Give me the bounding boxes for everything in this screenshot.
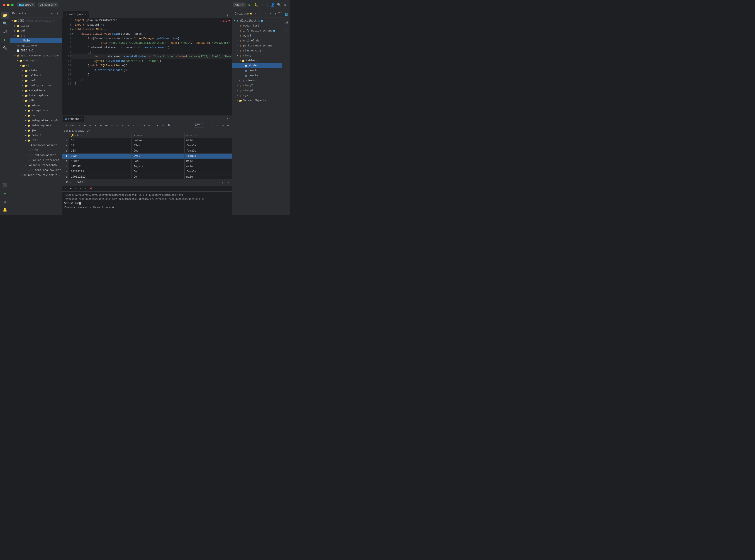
revert-icon[interactable]: ✗ (137, 123, 141, 128)
cell-sex[interactable]: male (184, 174, 232, 179)
cell-name[interactable]: Jo (132, 174, 184, 179)
project-selector[interactable]: JD JDBC ▾ (17, 2, 35, 7)
add-row-icon[interactable]: ＋ (110, 123, 114, 128)
db-item-localhost[interactable]: ▼ ⊙ @localhost 10 (232, 18, 282, 23)
debug-button[interactable]: 🐛 (254, 3, 258, 7)
terminal-tab-close[interactable]: × (85, 181, 86, 183)
tree-item-conf[interactable]: ▶ 📁 conf (10, 78, 62, 83)
rerun-icon[interactable]: ↺ (63, 186, 68, 191)
prev-record-icon[interactable]: ◀ (93, 123, 98, 128)
db-add-icon[interactable]: ＋ (253, 11, 258, 16)
cell-sex[interactable]: female (184, 143, 232, 148)
cell-sex[interactable]: male (184, 159, 232, 164)
cell-sid[interactable]: 12312 (69, 159, 132, 164)
activity-settings-bottom-icon[interactable]: ⚙ (1, 198, 8, 205)
tree-item-ha[interactable]: ▶ 📁 ha (10, 113, 62, 118)
tree-item-admin1[interactable]: ▶ 📁 admin (10, 68, 62, 73)
terminal-close-icon[interactable]: × (226, 180, 230, 185)
db-sync-icon[interactable]: ⟳ (263, 11, 268, 16)
cell-sid[interactable]: 13 (69, 138, 132, 143)
minimize-button[interactable] (7, 4, 9, 6)
cell-name[interactable]: SSam (132, 143, 184, 148)
db-notification-icon[interactable]: 🔔 (250, 11, 252, 16)
tree-item-configurations[interactable]: ▶ 📁 configurations (10, 83, 62, 88)
run-button[interactable]: ▶ (247, 3, 252, 7)
terminal-tab-main[interactable]: Main × (74, 180, 89, 185)
terminal-tool-icon[interactable]: ⊟ (74, 186, 78, 191)
db-filter-icon[interactable]: ⊟ (268, 11, 273, 16)
th-sid[interactable]: 🔑 sid ⇅ (69, 133, 132, 138)
tab-main-java[interactable]: ☕ Main.java × (63, 11, 89, 18)
tree-item-jdbc-admin[interactable]: ▶ 📁 admin (10, 103, 62, 108)
db-item-server-objects[interactable]: ▶ 📁 Server Objects (232, 98, 282, 103)
remove-row-icon[interactable]: － (115, 123, 120, 128)
terminal-fold-icon[interactable]: ≡ (78, 186, 83, 191)
tree-item-jmx[interactable]: ▶ 📁 jmx (10, 128, 62, 133)
db-item-performance[interactable]: ▶ ⊛ performance_schema (232, 43, 282, 48)
db-item-study2[interactable]: ▶ ⊛ study2 (232, 83, 282, 88)
tree-item-blob[interactable]: ☕ Blob (10, 148, 62, 153)
tree-item-out[interactable]: ▶ 📁 out (10, 28, 62, 33)
tree-item-result[interactable]: ▶ 📁 result (10, 133, 62, 138)
db-item-study[interactable]: ▼ ⊛ study (232, 53, 282, 58)
right-act-db-icon[interactable]: 🗄 (283, 12, 290, 18)
tree-item-jdbc[interactable]: ▼ 📁 JDBC ~/Desktop/CS/JavaEE/J (10, 18, 62, 23)
tree-item-util[interactable]: ▶ 📁 util (10, 138, 62, 143)
cell-sex[interactable]: male (184, 138, 232, 143)
cell-sid[interactable]: 34234233 (69, 169, 132, 174)
tree-item-jar[interactable]: ▼ 📦 mysql-connector-j-8.2.0.jar (10, 53, 62, 58)
db-item-teach[interactable]: ▦ teach (232, 68, 282, 73)
stop-icon[interactable]: ⏹ (82, 123, 87, 128)
cell-sid[interactable]: 133 (69, 148, 132, 153)
tree-item-clientinfo[interactable]: ☕ ClientInfoProvider (10, 168, 62, 173)
settings-icon[interactable]: ⚙ (283, 3, 288, 7)
cell-name[interactable]: Joe (132, 148, 184, 153)
activity-terminal-icon[interactable]: ⬛ (1, 182, 8, 189)
activity-git-icon[interactable]: ⎇ (1, 28, 8, 35)
cell-name[interactable]: Sam (132, 159, 184, 164)
db-item-mysql[interactable]: ▶ ⊛ mysql (232, 33, 282, 38)
cell-sex[interactable]: female (184, 148, 232, 153)
tree-item-exceptions[interactable]: ▶ 📁 exceptions (10, 88, 62, 93)
db-item-views[interactable]: ▶ ◉ views 2 (232, 78, 282, 83)
cell-sid[interactable]: 111 (69, 143, 132, 148)
cell-sid[interactable]: 1234 (69, 153, 132, 159)
csv-export[interactable]: CSV ▾ (194, 123, 204, 128)
branch-selector[interactable]: ⎇ master ▾ (38, 2, 58, 7)
tree-item-abandoned[interactable]: ☕ AbandonedConnect... (10, 143, 62, 148)
search-data-icon[interactable]: 🔍 (167, 123, 171, 128)
table-row[interactable]: 8 199012312 Jo male (62, 174, 232, 179)
tx-chevron[interactable]: ▾ (155, 123, 160, 128)
db-item-study4[interactable]: ▶ ⊛ study4 (232, 88, 282, 93)
activity-project-icon[interactable]: 📁 (1, 12, 8, 19)
terminal-settings-icon[interactable]: ⚙ (83, 186, 88, 191)
tree-item-interceptors-cj[interactable]: ▶ 📁 interceptors (10, 93, 62, 98)
tab-close-icon[interactable]: × (84, 13, 86, 16)
db-item-teacher[interactable]: ▦ teacher (232, 73, 282, 78)
compare-icon[interactable]: ⇅ (215, 123, 220, 128)
data-grid[interactable]: 🔑 sid ⇅ A name ⇅ (62, 133, 232, 179)
db-item-info-schema[interactable]: ▶ ⊛ information_schema (232, 28, 282, 33)
right-act-commit-icon[interactable]: ⎇ (283, 19, 290, 26)
data-tab-student[interactable]: ▦ student × (63, 116, 84, 122)
account-icon[interactable]: 👤 (270, 3, 275, 7)
cell-name[interactable]: Eve2 (132, 153, 184, 159)
cell-sid[interactable]: 3423423 (69, 164, 132, 169)
code-editor[interactable]: ⚠ 2 ▲ ▼ 2 import java.io.PrintWriter; (62, 18, 232, 116)
refresh-icon[interactable]: ↺ (77, 123, 82, 128)
terminal-tab-run[interactable]: Run (64, 180, 74, 185)
panel-options-icon[interactable]: ⚙ (50, 11, 54, 16)
db-item-onlineorder[interactable]: ▶ ⊛ onlineOrder (232, 38, 282, 43)
right-act-todo-icon[interactable]: ✓ (283, 27, 290, 34)
tree-item-cj[interactable]: ▼ 📁 cj (10, 63, 62, 68)
cell-name[interactable]: JoeNo (132, 138, 184, 143)
terminal-more-icon[interactable]: ⋮ (220, 180, 225, 185)
tab-more-icon[interactable]: ⋮ (224, 13, 231, 18)
activity-run-console-icon[interactable]: ▶ (1, 190, 8, 197)
tree-item-jdbc-folder[interactable]: ▼ 📁 jdbc (10, 98, 62, 103)
tree-item-integration[interactable]: ▶ 📁 integration.c3p0 (10, 118, 62, 123)
table-row[interactable]: 1 13 JoeNo male (62, 138, 232, 143)
db-item-ebean[interactable]: ▶ ⊛ ebean_test (232, 23, 282, 28)
table-row[interactable]: 3 133 Joe female (62, 148, 232, 153)
ddl-label-db[interactable]: DDL (278, 11, 282, 16)
